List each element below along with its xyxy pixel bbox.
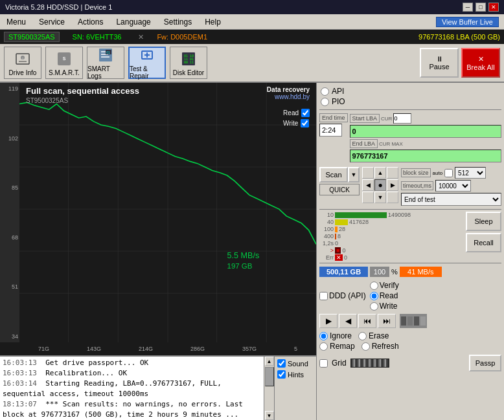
drive-close-icon[interactable]: ✕ bbox=[138, 33, 144, 41]
auto-checkbox[interactable] bbox=[444, 169, 453, 177]
sector-count-10: 1490098 bbox=[388, 212, 411, 218]
graph-svg: 5.5 MB/s 197 GB bbox=[19, 83, 316, 342]
hints-checkbox[interactable] bbox=[277, 370, 286, 379]
block-2 bbox=[407, 316, 413, 326]
sound-checkbox[interactable] bbox=[277, 359, 286, 368]
verify-radio[interactable] bbox=[370, 282, 378, 290]
remap-radio[interactable] bbox=[319, 342, 328, 351]
percent-display: 100 bbox=[370, 267, 389, 277]
erase-radio[interactable] bbox=[358, 332, 367, 340]
x-axis: 71G 143G 214G 286G 357G 5 bbox=[19, 342, 316, 355]
close-button[interactable]: ✕ bbox=[488, 3, 499, 12]
pad-up-button[interactable]: ▲ bbox=[374, 167, 386, 179]
refresh-radio-row: Refresh bbox=[361, 342, 399, 351]
svg-text:5.5 MB/s: 5.5 MB/s bbox=[227, 251, 260, 260]
sleep-button[interactable]: Sleep bbox=[466, 212, 501, 231]
legend-read: Read bbox=[283, 109, 310, 117]
maximize-button[interactable]: □ bbox=[475, 3, 486, 12]
right-panel: API PIO End time bbox=[316, 83, 504, 420]
menu-item-menu[interactable]: Menu bbox=[0, 16, 32, 28]
end-of-test-select[interactable]: End of test bbox=[401, 193, 501, 206]
grid-checkbox[interactable] bbox=[319, 359, 328, 368]
timeout-select[interactable]: 10000 5000 1000 bbox=[435, 180, 471, 192]
back-button[interactable]: ◀ bbox=[339, 314, 357, 328]
log-scroll-up-button[interactable]: ▲ bbox=[265, 357, 274, 366]
end-lba-input[interactable] bbox=[350, 149, 501, 162]
sound-panel: Sound Hints bbox=[274, 357, 316, 420]
playback-section: ▶ ◀ ⏮ ⏭ bbox=[319, 313, 501, 329]
log-scroll-thumb[interactable] bbox=[265, 367, 274, 386]
skip-fwd-button[interactable]: ⏭ bbox=[378, 314, 396, 328]
api-radio[interactable] bbox=[321, 87, 329, 96]
sector-time-100: 100 bbox=[319, 226, 334, 232]
cur-value-1[interactable] bbox=[393, 113, 411, 124]
block-4 bbox=[420, 316, 426, 326]
verify-label: Verify bbox=[380, 281, 399, 290]
erase-radio-row: Erase bbox=[358, 331, 389, 340]
break-label: Break All bbox=[466, 63, 494, 71]
start-lba-label: Start LBA bbox=[350, 114, 380, 123]
scan-dropdown-button[interactable]: ▼ bbox=[348, 167, 360, 182]
smart-button[interactable]: S S.M.A.R.T. bbox=[45, 47, 83, 79]
drive-info-button[interactable]: i Drive Info bbox=[4, 47, 41, 79]
write-radio-label: Write bbox=[380, 302, 398, 311]
view-buffer-button[interactable]: View Buffer Live bbox=[436, 17, 499, 27]
block-size-select[interactable]: 512 1024 2048 bbox=[455, 167, 486, 179]
skip-back-button[interactable]: ⏮ bbox=[358, 314, 376, 328]
drive-info-label: Drive Info bbox=[9, 69, 37, 76]
pio-radio[interactable] bbox=[321, 98, 329, 106]
passp-button[interactable]: Passp bbox=[469, 355, 501, 371]
write-radio[interactable] bbox=[370, 302, 378, 311]
log-text-1: Recalibration... OK bbox=[45, 369, 127, 377]
ignore-radio[interactable] bbox=[319, 332, 328, 340]
pad-right-button[interactable]: ▶ bbox=[387, 179, 398, 191]
minimize-button[interactable]: ─ bbox=[463, 3, 473, 12]
log-scroll-down-button[interactable]: ▼ bbox=[265, 411, 274, 420]
max-label: MAX bbox=[391, 141, 402, 147]
menu-item-service[interactable]: Service bbox=[32, 16, 71, 28]
test-repair-button[interactable]: Test & Repair bbox=[128, 47, 166, 79]
write-checkbox[interactable] bbox=[301, 119, 309, 127]
drive-firmware: Fw: D005DEM1 bbox=[157, 33, 207, 41]
sound-checkbox-row[interactable]: Sound bbox=[277, 359, 308, 368]
ddd-api-label: DDD (API) bbox=[329, 291, 366, 300]
write-label: Write bbox=[283, 120, 298, 127]
sector-row-1s2: 1,2s 0 bbox=[319, 240, 463, 247]
read-radio[interactable] bbox=[370, 292, 378, 300]
graph-area: 119 102 85 68 51 34 bbox=[0, 83, 316, 355]
grid-pattern bbox=[350, 359, 389, 368]
legend-write: Write bbox=[283, 119, 310, 127]
graph-section: 119 102 85 68 51 34 bbox=[0, 83, 316, 420]
start-lba-input[interactable] bbox=[350, 125, 501, 138]
pause-icon: ⏸ bbox=[436, 55, 443, 63]
menu-item-settings[interactable]: Settings bbox=[157, 16, 198, 28]
menu-item-actions[interactable]: Actions bbox=[71, 16, 109, 28]
separator-1 bbox=[319, 109, 501, 110]
grid-label: Grid bbox=[332, 359, 347, 368]
x-label-5: 5 bbox=[294, 346, 297, 352]
end-time-input[interactable] bbox=[319, 124, 342, 137]
break-all-button[interactable]: ✕ Break All bbox=[461, 48, 500, 78]
sector-time-400: 400 bbox=[319, 233, 334, 239]
ddd-api-checkbox[interactable] bbox=[319, 292, 328, 300]
recall-button[interactable]: Recall bbox=[466, 233, 501, 252]
svg-text:01: 01 bbox=[106, 50, 110, 54]
pad-left-button[interactable]: ◀ bbox=[362, 179, 374, 191]
smart-logs-button[interactable]: 01 SMART Logs bbox=[87, 47, 124, 79]
read-checkbox[interactable] bbox=[301, 109, 310, 117]
pad-empty-2 bbox=[387, 167, 398, 179]
hints-checkbox-row[interactable]: Hints bbox=[277, 370, 304, 379]
play-button[interactable]: ▶ bbox=[319, 314, 338, 328]
pause-button[interactable]: ⏸ Pause bbox=[420, 48, 459, 78]
pad-down-button[interactable]: ▼ bbox=[374, 192, 386, 203]
sector-time-gt: > bbox=[319, 247, 334, 254]
quick-button[interactable]: QUICK bbox=[319, 184, 360, 195]
graph-title: Full scan, sequential access bbox=[26, 86, 139, 96]
disk-editor-button[interactable]: 01 10 11 01 00 11 Disk Editor bbox=[170, 47, 207, 79]
end-time-row: End time bbox=[319, 113, 348, 122]
menu-item-help[interactable]: Help bbox=[198, 16, 227, 28]
refresh-radio[interactable] bbox=[361, 342, 370, 351]
scan-button[interactable]: Scan bbox=[319, 167, 348, 182]
menu-item-language[interactable]: Language bbox=[109, 16, 157, 28]
window-title: Victoria 5.28 HDD/SSD | Device 1 bbox=[5, 3, 112, 11]
